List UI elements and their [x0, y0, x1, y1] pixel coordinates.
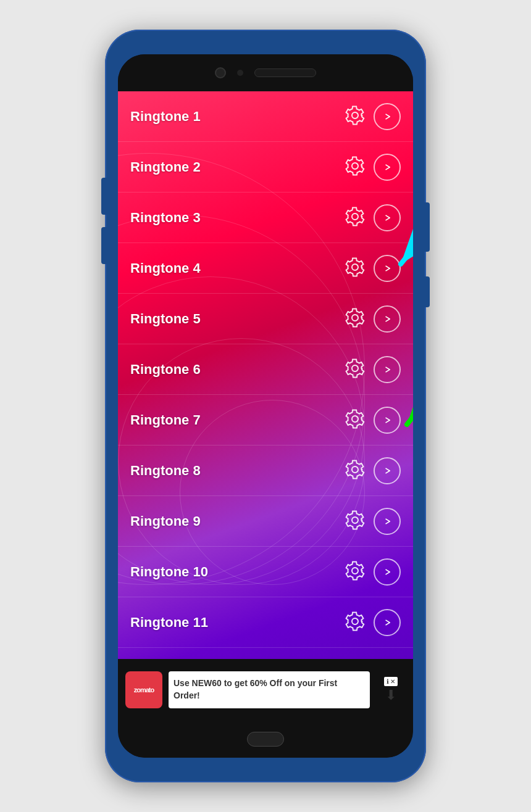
gear-icon[interactable] — [344, 610, 366, 635]
power-button[interactable] — [425, 276, 430, 307]
ringtone-name: Ringtone 2 — [130, 159, 344, 175]
item-actions — [344, 609, 401, 636]
gear-icon[interactable] — [344, 458, 366, 483]
ringtone-list: Ringtone 1 Ringtone 2 Ringtone 3 Rington… — [118, 91, 413, 698]
volume-button[interactable] — [425, 202, 430, 252]
item-actions — [344, 305, 401, 333]
ringtone-name: Ringtone 4 — [130, 260, 344, 276]
ringtone-name: Ringtone 9 — [130, 513, 344, 529]
play-button[interactable] — [374, 255, 401, 282]
ringtone-name: Ringtone 7 — [130, 412, 344, 428]
speaker — [254, 68, 316, 77]
list-item: Ringtone 7 — [118, 395, 413, 445]
ringtone-name: Ringtone 8 — [130, 463, 344, 479]
play-button[interactable] — [374, 558, 401, 586]
list-item: Ringtone 11 — [118, 597, 413, 648]
list-item: Ringtone 2 — [118, 142, 413, 193]
play-button[interactable] — [374, 204, 401, 231]
list-item: Ringtone 4 — [118, 243, 413, 294]
ringtone-name: Ringtone 3 — [130, 210, 344, 226]
ad-download-icon[interactable]: ℹ✕ ⬇ — [376, 671, 406, 708]
home-button[interactable] — [247, 732, 284, 747]
volume-up-button[interactable] — [101, 178, 106, 215]
gear-icon[interactable] — [344, 307, 366, 331]
item-actions — [344, 255, 401, 282]
play-button[interactable] — [374, 154, 401, 181]
screen-area: Ringtone 1 Ringtone 2 Ringtone 3 Rington… — [118, 91, 413, 721]
play-button[interactable] — [374, 609, 401, 636]
play-button[interactable] — [374, 103, 401, 130]
item-actions — [344, 356, 401, 383]
ad-icon-info: ℹ✕ — [384, 677, 398, 686]
sensor — [237, 70, 243, 76]
gear-icon[interactable] — [344, 155, 366, 180]
play-button[interactable] — [374, 305, 401, 333]
phone-screen: Ringtone 1 Ringtone 2 Ringtone 3 Rington… — [118, 54, 413, 758]
gear-icon[interactable] — [344, 408, 366, 433]
gear-icon[interactable] — [344, 104, 366, 129]
volume-down-button[interactable] — [101, 227, 106, 264]
list-item: Ringtone 3 — [118, 193, 413, 243]
item-actions — [344, 407, 401, 434]
gear-icon[interactable] — [344, 560, 366, 584]
play-button[interactable] — [374, 457, 401, 484]
list-item: Ringtone 10 — [118, 547, 413, 597]
list-item: Ringtone 1 — [118, 91, 413, 142]
gear-icon[interactable] — [344, 357, 366, 382]
camera-lens — [215, 67, 226, 78]
screen-background: Ringtone 1 Ringtone 2 Ringtone 3 Rington… — [118, 91, 413, 721]
zomato-logo: zomato — [125, 671, 162, 708]
item-actions — [344, 204, 401, 231]
download-icon: ⬇ — [385, 687, 396, 703]
play-button[interactable] — [374, 407, 401, 434]
list-item: Ringtone 8 — [118, 445, 413, 496]
gear-icon[interactable] — [344, 509, 366, 534]
home-bar — [118, 721, 413, 758]
item-actions — [344, 103, 401, 130]
ad-banner[interactable]: zomato Use NEW60 to get 60% Off on your … — [118, 659, 413, 721]
ringtone-name: Ringtone 10 — [130, 564, 344, 580]
gear-icon[interactable] — [344, 205, 366, 230]
list-item: Ringtone 9 — [118, 496, 413, 547]
play-button[interactable] — [374, 356, 401, 383]
item-actions — [344, 558, 401, 586]
item-actions — [344, 508, 401, 535]
play-button[interactable] — [374, 508, 401, 535]
gear-icon[interactable] — [344, 256, 366, 281]
ringtone-name: Ringtone 6 — [130, 362, 344, 378]
status-bar — [118, 54, 413, 91]
ad-text: Use NEW60 to get 60% Off on your First O… — [169, 671, 370, 708]
ringtone-name: Ringtone 5 — [130, 311, 344, 327]
ringtone-name: Ringtone 1 — [130, 109, 344, 125]
ringtone-name: Ringtone 11 — [130, 615, 344, 631]
phone-device: Ringtone 1 Ringtone 2 Ringtone 3 Rington… — [105, 30, 426, 782]
list-item: Ringtone 5 — [118, 294, 413, 344]
item-actions — [344, 457, 401, 484]
item-actions — [344, 154, 401, 181]
list-item: Ringtone 6 — [118, 344, 413, 395]
